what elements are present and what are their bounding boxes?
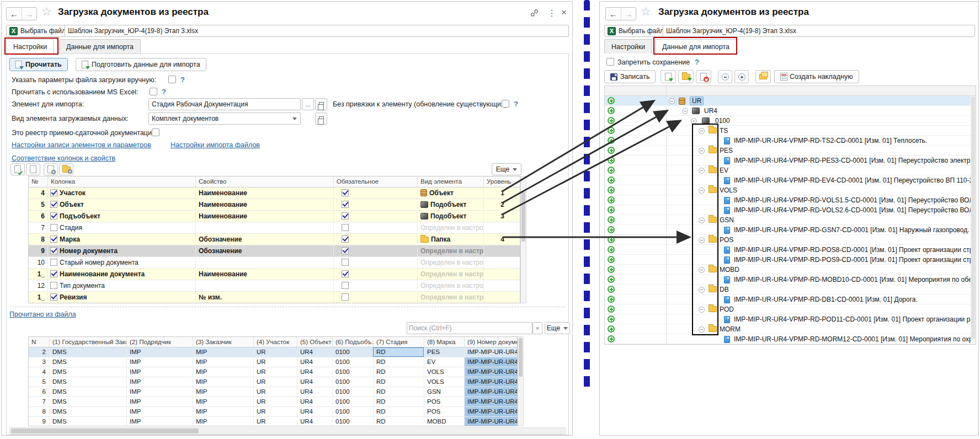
col-header-n[interactable]: N: [29, 337, 49, 347]
tree-row[interactable]: IMP-MIP-UR-UR4-VPMP-RD-TS2-CD-0001 [Изм.…: [605, 136, 976, 146]
menu-kebab-icon[interactable]: ⋮: [547, 8, 557, 18]
add-row-button[interactable]: [608, 186, 615, 194]
col-header-7[interactable]: (7) Стадия: [373, 337, 424, 347]
required-checkbox[interactable]: [342, 224, 349, 231]
favorite-star-icon[interactable]: ☆: [641, 6, 651, 17]
use-ms-excel-checkbox[interactable]: [150, 88, 157, 95]
tree-row[interactable]: IMP-MIP-UR-UR4-VPMP-RD-GSN7-CD-0001 [Изм…: [605, 225, 976, 235]
no-link-checkbox[interactable]: [502, 100, 509, 108]
tree-expander-icon[interactable]: [699, 326, 705, 333]
tree-expander-icon[interactable]: [699, 128, 705, 134]
required-checkbox[interactable]: [342, 270, 349, 277]
search-input[interactable]: [409, 323, 530, 334]
help-icon[interactable]: ?: [695, 58, 699, 66]
create-invoice-button[interactable]: Создать накладную: [774, 70, 859, 83]
get-link-icon[interactable]: [529, 8, 539, 18]
add-row-button[interactable]: [608, 97, 615, 104]
mapping-table-scrollbar[interactable]: [520, 176, 526, 303]
add-row-button[interactable]: [608, 286, 615, 293]
uncheck-all-button[interactable]: [26, 163, 40, 175]
col-header-kind[interactable]: Вид элемента: [417, 176, 483, 187]
tree-row[interactable]: IMP-MIP-UR-UR4-VPMP-RD-MORM12-CD-0001 [И…: [605, 334, 976, 344]
help-icon[interactable]: ?: [514, 100, 518, 108]
tree-row[interactable]: IMP-MIP-UR-UR4-VPMP-RD-VOLS1.5-CD-0001 […: [605, 195, 976, 205]
col-header-column[interactable]: Колонка: [47, 176, 195, 187]
tree-expander-icon[interactable]: [699, 217, 705, 223]
expand-all-button[interactable]: [734, 70, 749, 83]
required-checkbox[interactable]: [342, 282, 349, 289]
collapse-all-button[interactable]: [718, 70, 732, 83]
tree-row[interactable]: IMP-MIP-UR-UR4-VPMP-RD-POD11-CD-0001 [Из…: [605, 314, 976, 324]
write-settings-link[interactable]: Настройки записи элементов и параметров: [12, 141, 151, 149]
back-button[interactable]: ←: [606, 8, 621, 20]
add-row-button[interactable]: [608, 147, 615, 154]
tree-row[interactable]: IMP-MIP-UR-UR4-VPMP-RD-VOLS2.6-CD-0001 […: [605, 205, 976, 215]
tree-row[interactable]: IMP-MIP-UR-UR4-VPMP-RD-PES3-CD-0001 [Изм…: [605, 156, 976, 165]
column-mapping-link[interactable]: Соответствие колонок и свойств: [12, 154, 115, 162]
tree-row[interactable]: IMP-MIP-UR-UR4-VPMP-RD-EV4-CD-0001 [Изм.…: [605, 175, 976, 185]
tab-settings[interactable]: Настройки: [6, 39, 54, 54]
column-checkbox[interactable]: [50, 235, 57, 243]
mapping-table-row[interactable]: 6ПодъобъектНаименованиеПодобъект3: [29, 211, 520, 222]
add-row-button[interactable]: [608, 176, 615, 184]
add-row-button[interactable]: [608, 216, 615, 223]
column-checkbox[interactable]: [50, 212, 57, 220]
required-checkbox[interactable]: [342, 247, 349, 254]
file-name-field[interactable]: [663, 25, 975, 37]
forward-button[interactable]: →: [22, 8, 36, 20]
add-row-button[interactable]: [608, 276, 615, 283]
tree-row[interactable]: IMP-MIP-UR-UR4-VPMP-RD-DB1-CD-0001 [Изм.…: [605, 295, 976, 304]
import-settings-link[interactable]: Настройки импорта файлов: [171, 141, 260, 149]
add-row-button[interactable]: [608, 157, 615, 164]
mapping-table-row[interactable]: 7СтадияОпределен в настройках: [29, 222, 520, 234]
more-button-data[interactable]: Еще: [545, 322, 570, 334]
tree-expander-icon[interactable]: [682, 108, 688, 114]
add-row-button[interactable]: [608, 206, 615, 213]
element-kind-combo[interactable]: Комплект документов: [148, 113, 301, 125]
column-checkbox[interactable]: [50, 293, 57, 301]
tab-import-data[interactable]: Данные для импорта: [655, 39, 737, 54]
required-checkbox[interactable]: [342, 201, 349, 208]
close-icon[interactable]: ×: [559, 8, 569, 18]
add-row-button[interactable]: [608, 196, 615, 204]
file-name-field[interactable]: [65, 25, 569, 37]
tab-import-data[interactable]: Данные для импорта: [59, 39, 141, 53]
column-checkbox[interactable]: [50, 224, 57, 231]
tree-expander-icon[interactable]: [699, 148, 705, 154]
add-row-button[interactable]: [608, 296, 615, 303]
add-row-button[interactable]: [608, 246, 615, 253]
tree-row[interactable]: MORM: [605, 324, 976, 334]
required-checkbox[interactable]: [342, 293, 349, 301]
tree-row[interactable]: UR4: [605, 106, 976, 116]
mapping-table-row[interactable]: 1_Наименование документаНаименованиеОпре…: [29, 269, 520, 280]
col-header-2[interactable]: (2) Подрядчик: [126, 337, 193, 347]
tree-expander-icon[interactable]: [699, 307, 705, 313]
add-row-button[interactable]: [608, 107, 615, 114]
read-from-file-link[interactable]: Прочитано из файла: [9, 310, 76, 318]
column-settings-button[interactable]: [44, 163, 58, 175]
required-checkbox[interactable]: [342, 259, 349, 266]
folder-settings-button[interactable]: [59, 163, 73, 175]
tab-settings[interactable]: Настройки: [604, 39, 652, 53]
column-checkbox[interactable]: [50, 201, 57, 208]
add-row-button[interactable]: [608, 236, 615, 243]
add-row-button[interactable]: [608, 137, 615, 144]
data-table-row[interactable]: 7DMSIMPMIPURUR40100RDPOSIMP-MIP-UR-UR4-V…: [29, 397, 517, 407]
prepare-data-button[interactable]: Подготовить данные для импорта: [76, 58, 206, 71]
mapping-table-row[interactable]: 10Старый номер документаОпределен в наст…: [29, 257, 520, 269]
tree-row[interactable]: UR: [605, 96, 976, 106]
data-table-scrollbar[interactable]: [518, 336, 524, 426]
delete-row-button[interactable]: [696, 70, 711, 83]
tree-row[interactable]: 0100: [605, 116, 976, 126]
horizontal-scrollbar[interactable]: [9, 427, 566, 435]
favorite-star-icon[interactable]: ☆: [41, 6, 52, 17]
tree-row[interactable]: POS: [605, 235, 976, 245]
required-checkbox[interactable]: [342, 235, 349, 243]
data-table-row[interactable]: 5DMSIMPMIPURUR40100RDVOLSIMP-MIP-UR-UR4-…: [29, 377, 517, 387]
element-for-import-field[interactable]: [148, 98, 301, 110]
required-checkbox[interactable]: [342, 189, 349, 196]
tree-row[interactable]: VOLS: [605, 185, 976, 195]
col-header-num[interactable]: №: [29, 176, 47, 187]
help-icon[interactable]: ?: [162, 88, 166, 96]
help-icon[interactable]: ?: [180, 76, 185, 84]
